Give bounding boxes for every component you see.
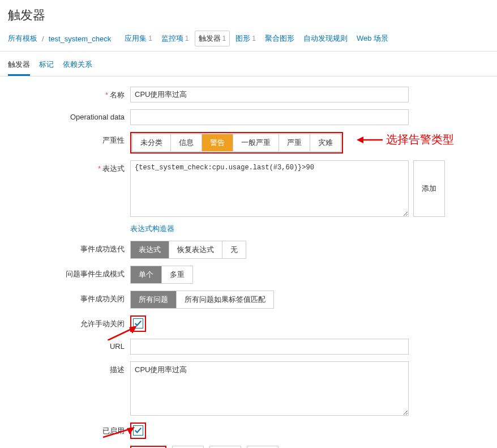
severity-high[interactable]: 严重 xyxy=(279,134,310,151)
event-close-group: 所有问题 所有问题如果标签值匹配 xyxy=(130,291,274,309)
url-input[interactable] xyxy=(130,339,409,355)
label-url: URL xyxy=(8,339,130,351)
check-icon xyxy=(134,426,142,434)
severity-average[interactable]: 一般严重 xyxy=(233,134,279,151)
label-expression: *表达式 xyxy=(8,160,130,174)
breadcrumb-sep: / xyxy=(42,35,44,43)
description-textarea[interactable]: CPU使用率过高 xyxy=(130,361,409,416)
form: *名称 Operational data 严重性 未分类 信息 警告 一般严重 … xyxy=(0,76,497,448)
bc-triggers[interactable]: 触发器1 xyxy=(195,31,230,46)
label-problem-mode: 问题事件生成模式 xyxy=(8,266,130,279)
label-name: *名称 xyxy=(8,87,130,100)
opdata-input[interactable] xyxy=(130,109,409,125)
severity-disaster[interactable]: 灾难 xyxy=(310,134,341,151)
arrow-icon xyxy=(357,135,383,145)
tabs: 触发器 标记 依赖关系 xyxy=(0,52,497,76)
arrow-icon xyxy=(103,427,135,438)
page-title: 触发器 xyxy=(0,0,497,28)
problem-mode-single[interactable]: 单个 xyxy=(131,266,162,283)
problem-mode-multiple[interactable]: 多重 xyxy=(162,266,192,283)
event-iter-recovery[interactable]: 恢复表达式 xyxy=(169,241,222,258)
breadcrumb-template[interactable]: test_system_check xyxy=(49,35,112,43)
severity-info[interactable]: 信息 xyxy=(171,134,202,151)
label-event-iter: 事件成功迭代 xyxy=(8,241,130,254)
delete-button[interactable]: 删除 xyxy=(209,446,241,448)
svg-line-4 xyxy=(103,429,129,437)
bc-discovery[interactable]: 自动发现规则 xyxy=(300,31,351,46)
event-close-all[interactable]: 所有问题 xyxy=(131,291,177,308)
add-button[interactable]: 添加 xyxy=(413,160,445,217)
breadcrumb-all-templates[interactable]: 所有模板 xyxy=(8,33,37,44)
annotation-severity: 选择告警类型 xyxy=(357,132,454,147)
breadcrumb: 所有模板 / test_system_check 应用集1 监控项1 触发器1 … xyxy=(0,28,497,52)
event-close-tag[interactable]: 所有问题如果标签值匹配 xyxy=(177,291,273,308)
expression-builder-link[interactable]: 表达式构造器 xyxy=(130,224,174,234)
svg-line-2 xyxy=(108,329,131,340)
event-iter-group: 表达式 恢复表达式 无 xyxy=(130,241,246,259)
name-input[interactable] xyxy=(130,87,409,103)
bc-items[interactable]: 监控项1 xyxy=(158,31,192,46)
svg-marker-5 xyxy=(127,427,135,434)
update-highlight: 更新 xyxy=(130,446,166,448)
bc-web[interactable]: Web 场景 xyxy=(353,31,392,46)
tab-deps[interactable]: 依赖关系 xyxy=(63,56,92,76)
label-severity: 严重性 xyxy=(8,132,130,146)
bc-app-sets[interactable]: 应用集1 xyxy=(121,31,156,46)
clone-button[interactable]: 克隆 xyxy=(172,446,204,448)
event-iter-none[interactable]: 无 xyxy=(222,241,246,258)
bc-graphs[interactable]: 图形1 xyxy=(232,31,259,46)
severity-highlight: 未分类 信息 警告 一般严重 严重 灾难 xyxy=(130,132,343,153)
tab-tags[interactable]: 标记 xyxy=(39,56,54,76)
label-event-close: 事件成功关闭 xyxy=(8,291,130,304)
severity-warning[interactable]: 警告 xyxy=(202,134,233,151)
problem-mode-group: 单个 多重 xyxy=(130,266,193,284)
label-opdata: Operational data xyxy=(8,109,130,121)
severity-not-classified[interactable]: 未分类 xyxy=(132,134,171,151)
expression-textarea[interactable]: {test_system_check:cpu.usage.last(#3,60)… xyxy=(130,160,409,217)
bc-screens[interactable]: 聚合图形 xyxy=(262,31,298,46)
cancel-button[interactable]: 取消 xyxy=(247,446,279,448)
event-iter-expr[interactable]: 表达式 xyxy=(131,241,169,258)
severity-group: 未分类 信息 警告 一般严重 严重 灾难 xyxy=(132,134,341,152)
svg-marker-1 xyxy=(357,136,363,143)
tab-trigger[interactable]: 触发器 xyxy=(8,56,30,76)
label-description: 描述 xyxy=(8,361,130,375)
